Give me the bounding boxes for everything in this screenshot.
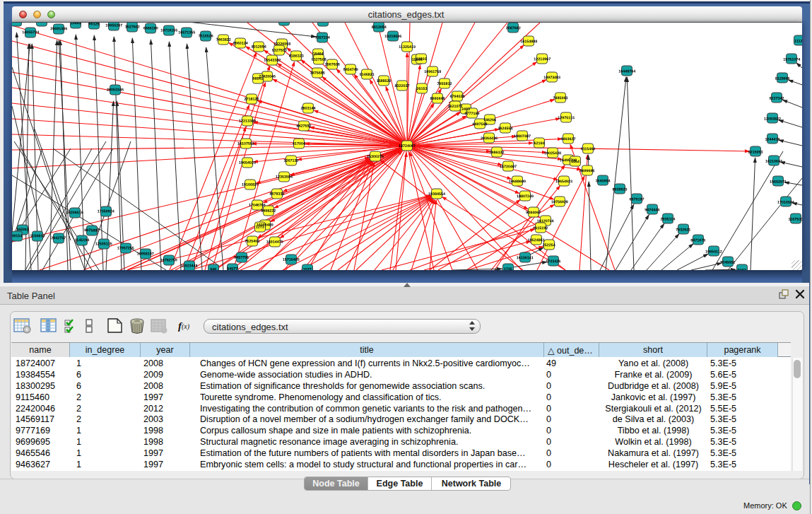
svg-text:1640954: 1640954 [595, 179, 610, 183]
svg-text:7632621: 7632621 [676, 228, 690, 233]
svg-text:20691406: 20691406 [50, 27, 67, 31]
svg-text:417004: 417004 [293, 142, 305, 146]
svg-text:8454749: 8454749 [343, 68, 358, 72]
svg-text:7485063: 7485063 [553, 96, 568, 100]
svg-text:10655267: 10655267 [105, 23, 122, 28]
svg-text:3267130: 3267130 [283, 159, 298, 163]
svg-text:7986322: 7986322 [489, 151, 504, 155]
svg-text:1156819: 1156819 [30, 234, 45, 238]
svg-text:7463822: 7463822 [216, 38, 231, 42]
svg-text:15692971: 15692971 [770, 180, 787, 185]
svg-text:14055724: 14055724 [22, 30, 39, 35]
svg-text:8912954: 8912954 [252, 45, 266, 49]
svg-text:9084067: 9084067 [526, 211, 541, 215]
svg-text:4454: 4454 [571, 160, 579, 164]
svg-text:9129966: 9129966 [775, 77, 790, 81]
svg-text:17957255: 17957255 [117, 246, 134, 250]
svg-text:3624554: 3624554 [498, 127, 513, 131]
svg-text:8938923: 8938923 [612, 187, 627, 192]
svg-text:(x): (x) [182, 322, 190, 331]
svg-text:10961758: 10961758 [424, 70, 441, 74]
svg-text:16033809: 16033809 [276, 23, 293, 23]
svg-text:17016504: 17016504 [777, 201, 794, 205]
svg-text:19524851: 19524851 [528, 238, 545, 243]
svg-text:20364436: 20364436 [481, 136, 498, 141]
svg-text:16782759: 16782759 [160, 259, 177, 263]
svg-text:9146821: 9146821 [360, 73, 375, 77]
svg-text:23226058: 23226058 [273, 42, 290, 47]
svg-text:12975115: 12975115 [558, 116, 575, 120]
svg-text:1244419: 1244419 [765, 138, 780, 142]
svg-text:16136141: 16136141 [517, 256, 534, 260]
svg-text:1167533: 1167533 [788, 218, 802, 222]
svg-text:8427552: 8427552 [297, 124, 312, 129]
svg-text:12505135: 12505135 [95, 242, 112, 246]
svg-text:10663: 10663 [71, 23, 81, 25]
svg-text:25300275: 25300275 [367, 155, 384, 159]
svg-text:10688609: 10688609 [509, 180, 526, 184]
svg-text:2935114: 2935114 [661, 218, 676, 222]
svg-text:7357224: 7357224 [315, 36, 330, 40]
svg-text:16914479: 16914479 [266, 240, 283, 245]
svg-text:19218506: 19218506 [384, 35, 401, 39]
svg-text:7515526: 7515526 [199, 35, 213, 39]
svg-text:12093822: 12093822 [764, 117, 781, 122]
svg-text:6879197: 6879197 [629, 197, 644, 201]
svg-text:11124: 11124 [794, 40, 802, 44]
svg-text:17359924: 17359924 [98, 209, 114, 214]
svg-text:9115460: 9115460 [581, 147, 596, 151]
svg-text:19654923: 19654923 [555, 180, 572, 184]
svg-text:12213967: 12213967 [534, 57, 551, 62]
svg-text:16543382: 16543382 [264, 59, 281, 63]
svg-text:7625402: 7625402 [245, 240, 259, 244]
svg-text:9474444: 9474444 [645, 208, 659, 212]
svg-text:252254: 252254 [543, 243, 555, 247]
svg-text:9227342: 9227342 [770, 97, 784, 101]
svg-text:10025438: 10025438 [544, 151, 561, 156]
svg-text:10756928: 10756928 [551, 200, 568, 204]
svg-text:1588520: 1588520 [377, 79, 392, 83]
svg-text:16571355: 16571355 [178, 31, 195, 35]
svg-text:16448764: 16448764 [618, 69, 635, 74]
svg-text:1733426: 1733426 [546, 259, 560, 264]
svg-text:10958107: 10958107 [137, 252, 154, 256]
svg-text:8678332: 8678332 [269, 192, 284, 197]
svg-text:9699695: 9699695 [579, 169, 594, 173]
svg-text:39154: 39154 [12, 234, 22, 238]
svg-text:1527602: 1527602 [125, 25, 140, 29]
svg-text:8186323: 8186323 [289, 54, 304, 59]
svg-text:11325419: 11325419 [399, 45, 416, 49]
svg-text:90125: 90125 [89, 23, 100, 26]
svg-text:216564: 216564 [12, 23, 23, 23]
svg-text:19166827: 19166827 [242, 183, 259, 187]
svg-text:8471676: 8471676 [690, 239, 705, 243]
svg-text:9463627: 9463627 [561, 137, 576, 141]
svg-text:2718126: 2718126 [245, 98, 259, 102]
svg-text:10719155: 10719155 [160, 29, 177, 33]
svg-text:15716485: 15716485 [283, 258, 300, 262]
svg-text:2803144: 2803144 [301, 107, 316, 111]
svg-text:26153: 26153 [417, 87, 428, 91]
svg-text:11923448: 11923448 [181, 264, 198, 269]
svg-text:20206516: 20206516 [66, 211, 83, 215]
svg-text:10910: 10910 [416, 57, 427, 62]
svg-text:19654923: 19654923 [239, 161, 256, 165]
svg-text:6794028: 6794028 [450, 95, 465, 99]
svg-text:16154808: 16154808 [520, 40, 537, 44]
svg-text:1621072: 1621072 [448, 105, 463, 109]
svg-text:9245652: 9245652 [720, 261, 735, 265]
svg-text:6497568: 6497568 [473, 122, 488, 127]
svg-text:10807487: 10807487 [514, 134, 531, 139]
svg-text:9327508: 9327508 [312, 58, 326, 62]
svg-text:165061: 165061 [16, 228, 29, 232]
svg-text:18807249: 18807249 [517, 194, 534, 199]
svg-text:8960124: 8960124 [233, 42, 248, 46]
svg-text:6466160: 6466160 [143, 26, 158, 30]
svg-text:12213389: 12213389 [239, 119, 256, 124]
svg-text:98961: 98961 [253, 77, 264, 81]
svg-text:16107552: 16107552 [237, 142, 254, 146]
svg-text:15464: 15464 [313, 52, 324, 57]
svg-text:19384554: 19384554 [428, 192, 445, 197]
svg-text:18724007: 18724007 [399, 144, 416, 148]
svg-text:1633: 1633 [319, 23, 327, 24]
